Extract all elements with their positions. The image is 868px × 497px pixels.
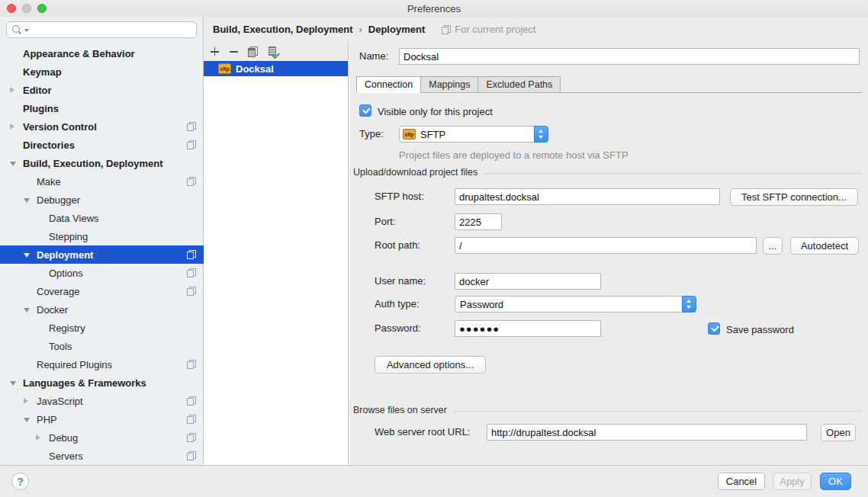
chevron-right-icon[interactable] <box>24 398 28 404</box>
browse-root-path-button[interactable]: ... <box>763 237 783 255</box>
visible-only-label: Visible only for this project <box>378 106 493 117</box>
sidebar-item-label: Build, Execution, Deployment <box>23 158 162 169</box>
sidebar-item-required-plugins[interactable]: Required Plugins <box>0 355 204 374</box>
chevron-down-icon[interactable] <box>10 381 16 386</box>
tab-excluded-paths[interactable]: Excluded Paths <box>478 76 561 93</box>
sidebar-item-label: Servers <box>49 451 83 462</box>
shared-settings-icon <box>187 268 196 277</box>
use-as-default-icon[interactable] <box>268 46 278 57</box>
sidebar-item-label: Docker <box>37 304 68 316</box>
sftp-host-label: SFTP host: <box>375 188 424 205</box>
autodetect-button[interactable]: Autodetect <box>790 237 859 255</box>
advanced-options-button[interactable]: Advanced options... <box>375 356 486 374</box>
chevron-down-icon[interactable] <box>24 418 30 422</box>
root-path-input[interactable] <box>455 237 757 254</box>
auth-type-stepper-icon[interactable] <box>682 296 696 313</box>
open-url-button[interactable]: Open <box>821 424 856 441</box>
visible-only-checkbox[interactable] <box>359 104 371 117</box>
user-name-label: User name: <box>375 273 426 290</box>
sidebar-item-languages-frameworks[interactable]: Languages & Frameworks <box>0 374 204 392</box>
sidebar-item-debugger[interactable]: Debugger <box>0 191 204 209</box>
sidebar-item-servers[interactable]: Servers <box>0 447 204 465</box>
copy-server-icon[interactable] <box>248 46 259 57</box>
web-root-label: Web server root URL: <box>375 424 470 441</box>
sidebar-item-tools[interactable]: Tools <box>0 337 204 355</box>
sftp-type-icon: sftp <box>403 129 416 139</box>
add-server-icon[interactable] <box>210 46 220 57</box>
sidebar-item-php[interactable]: PHP <box>0 410 204 428</box>
password-label: Password: <box>375 320 421 337</box>
sidebar-item-label: JavaScript <box>37 396 83 407</box>
tab-mappings[interactable]: Mappings <box>421 76 478 93</box>
shared-settings-icon <box>187 433 196 442</box>
port-input[interactable] <box>455 213 502 230</box>
sidebar-item-docker[interactable]: Docker <box>0 300 204 319</box>
sidebar-item-javascript[interactable]: JavaScript <box>0 392 204 410</box>
section-divider <box>453 411 862 412</box>
sidebar-item-label: Data Views <box>49 213 99 224</box>
chevron-down-icon[interactable] <box>10 162 16 166</box>
apply-button[interactable]: Apply <box>773 473 812 490</box>
sidebar-item-version-control[interactable]: Version Control <box>0 117 204 136</box>
save-password-checkbox[interactable] <box>708 322 720 335</box>
sidebar-item-build-execution-deployment[interactable]: Build, Execution, Deployment <box>0 154 204 172</box>
sidebar-item-label: Editor <box>23 85 52 96</box>
chevron-down-icon[interactable] <box>24 198 30 203</box>
chevron-right-icon[interactable] <box>10 87 14 93</box>
auth-type-select[interactable]: Password <box>455 296 696 313</box>
breadcrumb-group[interactable]: Build, Execution, Deployment <box>213 24 352 35</box>
chevron-down-icon[interactable] <box>24 253 30 258</box>
shared-settings-icon <box>187 140 196 149</box>
password-input[interactable] <box>455 320 601 337</box>
auth-type-selected-value: Password <box>460 299 682 310</box>
section-divider <box>484 173 862 174</box>
chevron-right-icon[interactable] <box>36 434 40 441</box>
sidebar-item-label: Deployment <box>37 249 93 261</box>
sidebar-item-plugins[interactable]: Plugins <box>0 99 204 117</box>
breadcrumb: Build, Execution, Deployment › Deploymen… <box>204 17 868 42</box>
search-options-chevron-icon[interactable] <box>24 29 29 32</box>
cancel-button[interactable]: Cancel <box>718 473 765 490</box>
sidebar-item-coverage[interactable]: Coverage <box>0 282 204 300</box>
server-name: Docksal <box>236 63 274 75</box>
shared-settings-icon <box>187 451 196 460</box>
sftp-file-icon: sftp <box>218 63 231 74</box>
tab-connection[interactable]: Connection <box>356 76 421 93</box>
sidebar-item-options[interactable]: Options <box>0 264 204 282</box>
sidebar-item-editor[interactable]: Editor <box>0 81 204 99</box>
sidebar-item-data-views[interactable]: Data Views <box>0 209 204 227</box>
user-name-input[interactable] <box>455 273 601 290</box>
sidebar-item-label: Languages & Frameworks <box>23 377 146 389</box>
web-root-input[interactable] <box>487 424 807 441</box>
type-stepper-icon[interactable] <box>534 126 548 143</box>
test-sftp-connection-button[interactable]: Test SFTP connection... <box>730 188 858 206</box>
scope-label: For current project <box>455 24 535 35</box>
sidebar-item-make[interactable]: Make <box>0 172 204 191</box>
chevron-down-icon[interactable] <box>24 308 30 313</box>
root-path-label: Root path: <box>375 237 420 254</box>
save-password-label: Save password <box>726 324 794 335</box>
ok-button[interactable]: OK <box>820 473 851 490</box>
type-select[interactable]: sftp SFTP <box>399 126 548 143</box>
name-input[interactable] <box>399 48 860 65</box>
sidebar-item-debug[interactable]: Debug <box>0 428 204 447</box>
sidebar-item-appearance-behavior[interactable]: Appearance & Behavior <box>0 44 204 63</box>
search-input[interactable] <box>6 21 197 38</box>
help-button[interactable]: ? <box>11 473 29 490</box>
search-icon <box>12 25 22 35</box>
sidebar-item-keymap[interactable]: Keymap <box>0 63 204 81</box>
sidebar-item-label: PHP <box>37 414 57 425</box>
sidebar-item-registry[interactable]: Registry <box>0 319 204 337</box>
sidebar-item-label: Required Plugins <box>37 359 112 370</box>
chevron-right-icon[interactable] <box>10 123 14 130</box>
sidebar-item-stepping[interactable]: Stepping <box>0 227 204 245</box>
settings-tree: Appearance & BehaviorKeymapEditorPlugins… <box>0 44 204 465</box>
sidebar-item-label: Options <box>49 268 83 279</box>
remove-server-icon[interactable] <box>229 46 240 57</box>
browse-section-title: Browse files on server <box>353 405 447 415</box>
settings-tabs: ConnectionMappingsExcluded Paths <box>356 76 862 93</box>
sftp-host-input[interactable] <box>455 188 720 205</box>
sidebar-item-directories[interactable]: Directories <box>0 136 204 154</box>
server-list-item-docksal[interactable]: sftp Docksal <box>204 61 348 76</box>
sidebar-item-deployment[interactable]: Deployment <box>0 245 204 264</box>
